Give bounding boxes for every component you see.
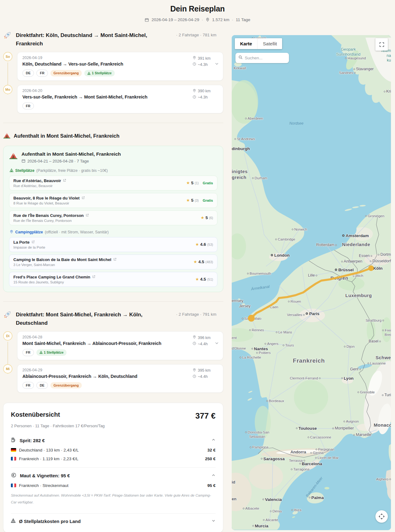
place-item[interactable]: Rue d'Astériac, Beauvoir Rue d'Astériac,…	[9, 176, 217, 190]
pin-icon	[193, 56, 196, 61]
place-name: Rue d'Astériac, Beauvoir	[13, 178, 61, 183]
day-row: Mi 2026-04-29 Ablaincourt-Pressoir, Fran…	[3, 364, 223, 393]
timeline-rail: So	[3, 52, 17, 80]
trip-route: Köln, Deutschland → Vers-sur-Selle, Fran…	[22, 62, 218, 66]
trip-distance: 391 km	[198, 56, 211, 61]
trip-distance: 396 km	[198, 336, 211, 340]
itinerary-panel: Direktfahrt: Köln, Deutschland → Mont Sa…	[3, 31, 223, 532]
place-item[interactable]: Camping le Balcon de la Baie du Mont Sai…	[9, 255, 217, 269]
chevron-down-icon[interactable]	[215, 341, 219, 346]
rocket-icon	[3, 31, 13, 41]
cost-country-row: Frankreich · 1.119 km · 2,23 €/L 250 €	[11, 456, 216, 461]
trip-duration: ~4.3h	[198, 95, 208, 99]
trip-day-card[interactable]: 2026-04-28 Mont Saint-Michel, Frankreich…	[17, 331, 223, 360]
place-name: La Porte	[13, 240, 30, 245]
external-link-icon[interactable]	[63, 178, 66, 183]
cost-overview-card: Kostenübersicht 377 € 2 Personen · 11 Ta…	[3, 403, 223, 532]
day-of-week-bubble: Di	[3, 331, 12, 341]
fr-flag-icon	[11, 484, 16, 487]
trip-distance: 395 km	[198, 368, 211, 373]
timeline-rail: Mo	[3, 85, 17, 113]
star-icon: ★	[201, 215, 204, 220]
toll-note: Streckenmaut auf Autobahnen. Wohnmobile …	[11, 492, 216, 506]
timeline-rail: Mi	[3, 364, 17, 393]
trip-route: Mont Saint-Michel, Frankreich → Ablainco…	[22, 341, 218, 346]
place-item[interactable]: Fred's Place Camping Le Grand Chemin 15 …	[9, 272, 217, 287]
star-icon: ★	[186, 198, 190, 203]
place-rating: ★ 5(1) Gratis	[186, 181, 213, 185]
stellplatz-section-header[interactable]: Ø Stellplatzkosten pro Land	[11, 518, 216, 524]
place-item[interactable]: La Porte Impasse de la Porte ★ 4.6(53)	[9, 237, 217, 252]
country-badge: DE	[36, 382, 48, 389]
chevron-down-icon[interactable]	[215, 62, 219, 67]
place-address: Rue de l'Île Benais Curey, Pontorson	[13, 219, 201, 222]
leg-section-outbound: Direktfahrt: Köln, Deutschland → Mont Sa…	[3, 31, 223, 113]
external-link-icon[interactable]	[92, 275, 95, 279]
place-address: 8 Rue le Réage du Violet, Beauvoir	[13, 201, 186, 205]
external-link-icon[interactable]	[31, 240, 35, 245]
clock-icon	[193, 374, 196, 379]
fullscreen-icon	[379, 42, 385, 48]
camping-icon	[9, 151, 18, 161]
rocket-icon	[3, 310, 13, 320]
chevron-down-icon[interactable]	[211, 518, 216, 524]
external-link-icon[interactable]	[86, 213, 89, 218]
place-rating: ★ 4.5(51)	[195, 277, 213, 282]
trip-stats: 391 km ~4.3h	[193, 56, 211, 67]
fuel-section-header[interactable]: Sprit: 282 €	[11, 437, 216, 444]
clock-icon	[193, 95, 196, 100]
trip-badges: FRDEGrenzübergang	[22, 382, 218, 389]
pan-button[interactable]	[375, 510, 388, 523]
leg-title: Direktfahrt: Mont Saint-Michel, Frankrei…	[16, 310, 173, 327]
trip-duration: ~4.4h	[198, 374, 208, 379]
trip-duration: ~4.4h	[198, 342, 208, 346]
external-link-icon[interactable]	[81, 196, 85, 200]
cost-row-text: Frankreich · Streckenmaut	[19, 483, 68, 488]
external-link-icon[interactable]	[113, 257, 117, 262]
trip-route: Vers-sur-Selle, Frankreich → Mont Saint-…	[22, 94, 218, 99]
trip-badges: FR1 Stellplätze	[22, 349, 218, 356]
map-mode-button[interactable]: Karte	[235, 38, 258, 49]
leg-day-list: Di 2026-04-28 Mont Saint-Michel, Frankre…	[3, 331, 223, 393]
cost-country-row: Frankreich · Streckenmaut 95 €	[11, 483, 216, 488]
clock-icon	[193, 342, 196, 346]
place-rating: ★ 4.5(483)	[193, 259, 213, 264]
leg-title: Direktfahrt: Köln, Deutschland → Mont Sa…	[16, 31, 173, 48]
stellplaetze-badge: 1 Stellplätze	[84, 70, 115, 76]
search-icon	[238, 55, 243, 61]
satellite-mode-button[interactable]: Satellit	[258, 38, 282, 49]
map-canvas[interactable]: LerwickKirkwallGeopark SunnhordlandHauge…	[232, 35, 391, 530]
stay-dates: 2026-04-21 – 2026-04-28 · 7 Tage	[27, 159, 89, 163]
timeline-rail: Di	[3, 331, 17, 360]
trip-stats: 390 km ~4.3h	[193, 89, 211, 100]
pin-icon	[10, 230, 13, 235]
place-address: 3 Le Verger, Saint-Marcan	[13, 263, 193, 267]
calendar-icon	[145, 18, 149, 22]
pin-icon	[193, 368, 196, 373]
trip-day-card: 2026-04-20 Vers-sur-Selle, Frankreich → …	[17, 85, 223, 113]
toll-section-header[interactable]: Maut & Vignetten: 95 €	[11, 472, 216, 479]
fullscreen-button[interactable]	[375, 38, 388, 51]
cost-row-text: Deutschland · 133 km · 2,43 €/L	[19, 448, 79, 452]
trip-day-card[interactable]: 2026-04-19 Köln, Deutschland → Vers-sur-…	[17, 52, 223, 80]
place-item[interactable]: Beauvoir, 8 Rue le Réage du Violet 8 Rue…	[9, 193, 217, 208]
place-name: Camping le Balcon de la Baie du Mont Sai…	[13, 257, 111, 262]
chevron-up-icon[interactable]	[211, 473, 216, 479]
trip-stats: 395 km ~4.4h	[193, 368, 211, 379]
search-input[interactable]	[245, 56, 282, 60]
gratis-label: Gratis	[203, 181, 213, 185]
place-item[interactable]: Rue de l'Île Benais Curey, Pontorson Rue…	[9, 210, 217, 225]
calendar-icon	[21, 159, 26, 164]
fr-flag-icon	[11, 457, 16, 461]
campingplaetze-note: (offiziell · mit Strom, Wasser, Sanitär)	[45, 230, 109, 234]
trip-dates: 2026-04-19 – 2026-04-29	[151, 17, 199, 22]
trip-badges: FR	[22, 103, 218, 109]
chevron-up-icon[interactable]	[211, 438, 216, 443]
camping-icon	[3, 132, 11, 140]
cost-subtitle: 2 Personen · 11 Tage · Fahrtkosten 17 €/…	[11, 424, 216, 428]
stellplaetze-list: Rue d'Astériac, Beauvoir Rue d'Astériac,…	[9, 176, 217, 225]
cost-row-text: Frankreich · 1.119 km · 2,23 €/L	[19, 456, 78, 461]
place-name: Fred's Place Camping Le Grand Chemin	[13, 275, 90, 279]
trip-day-card: 2026-04-29 Ablaincourt-Pressoir, Frankre…	[17, 364, 223, 393]
place-address: Rue d'Astériac, Beauvoir	[13, 184, 186, 188]
